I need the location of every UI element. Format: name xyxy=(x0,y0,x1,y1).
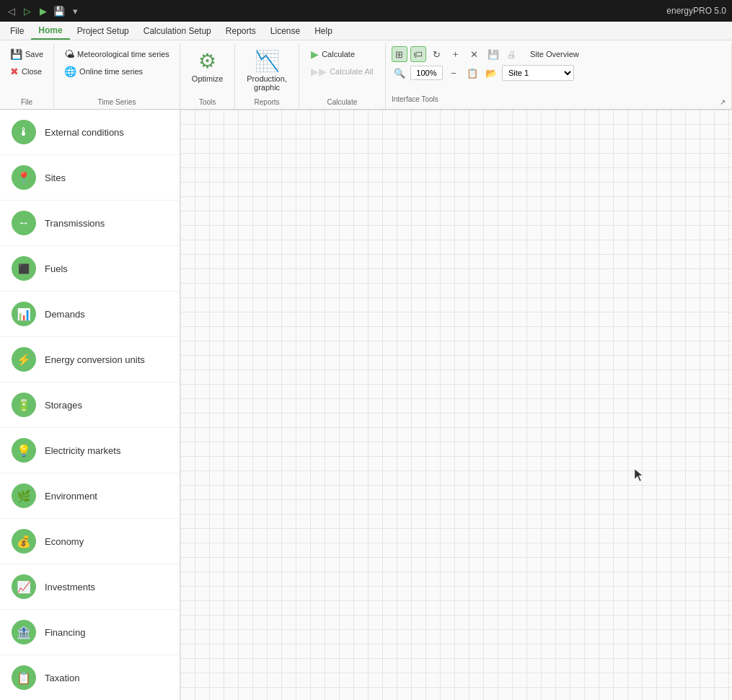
redo-icon[interactable]: ▷ xyxy=(22,5,33,17)
add-button[interactable]: ＋ xyxy=(448,46,464,62)
production-icon: 📉 xyxy=(255,49,280,73)
undo-icon[interactable]: ◁ xyxy=(6,5,17,17)
electricity-markets-icon: 💡 xyxy=(12,438,36,463)
label-button[interactable]: 🏷 xyxy=(410,46,426,62)
zoom-in-button[interactable]: 🔍 xyxy=(392,65,407,81)
interface-row-1: ⊞ 🏷 ↻ ＋ ✕ 💾 🖨 Site Overview xyxy=(392,46,726,62)
print-button[interactable]: 🖨 xyxy=(504,46,520,62)
sidebar-label-electricity-markets: Electricity markets xyxy=(45,445,120,456)
sidebar-item-investments[interactable]: 📈 Investments xyxy=(0,564,180,610)
sidebar-label-taxation: Taxation xyxy=(45,673,79,683)
sidebar: 🌡 External conditions 📍 Sites ↔ Transmis… xyxy=(0,110,180,700)
canvas-area[interactable] xyxy=(180,110,732,700)
ribbon-timeseries-group: 🌤 Meteorological time series 🌐 Online ti… xyxy=(54,43,180,109)
production-graphic-button[interactable]: 📉 Production, graphic xyxy=(241,46,293,95)
interface-row-2: 🔍 − 📋 📂 Site 1 xyxy=(392,65,726,81)
copy-button[interactable]: 📋 xyxy=(464,65,480,81)
app-title: energyPRO 5.0 xyxy=(666,6,726,16)
optimize-icon: ⚙ xyxy=(198,49,216,73)
economy-icon: 💰 xyxy=(12,529,36,554)
sidebar-item-fuels[interactable]: ⬛ Fuels xyxy=(0,246,180,292)
online-icon: 🌐 xyxy=(64,66,76,77)
calculate-group-label: Calculate xyxy=(327,97,358,109)
tools-buttons: ⚙ Optimize xyxy=(186,43,229,97)
menu-project-setup[interactable]: Project Setup xyxy=(70,22,136,40)
sidebar-item-demands[interactable]: 📊 Demands xyxy=(0,292,180,337)
energy-conversion-icon: ⚡ xyxy=(12,347,36,372)
sidebar-item-sites[interactable]: 📍 Sites xyxy=(0,155,180,201)
close-icon: ✖ xyxy=(10,66,19,77)
sidebar-label-investments: Investments xyxy=(45,582,95,592)
sidebar-label-demands: Demands xyxy=(45,309,85,320)
reports-group-label: Reports xyxy=(255,97,280,109)
sidebar-item-financing[interactable]: 🏦 Financing xyxy=(0,610,180,655)
delete-button[interactable]: ✕ xyxy=(467,46,482,62)
ribbon-tools-group: ⚙ Optimize Tools xyxy=(180,43,235,109)
refresh-button[interactable]: ↻ xyxy=(429,46,445,62)
meteo-timeseries-button[interactable]: 🌤 Meteorological time series xyxy=(60,46,174,62)
interface-tools-label: Interface Tools xyxy=(392,95,438,106)
save-button[interactable]: 💾 Save xyxy=(6,46,48,62)
expand-icon[interactable]: ↗ xyxy=(720,98,726,106)
menu-bar: File Home Project Setup Calculation Setu… xyxy=(0,22,732,40)
file-group-label: File xyxy=(21,97,32,109)
cursor xyxy=(635,469,643,482)
transmissions-icon: ↔ xyxy=(12,211,36,235)
run-icon[interactable]: ▶ xyxy=(38,5,49,17)
site-overview-button[interactable]: Site Overview xyxy=(526,48,583,61)
title-bar: ◁ ▷ ▶ 💾 ▾ energyPRO 5.0 xyxy=(0,0,732,22)
sidebar-item-economy[interactable]: 💰 Economy xyxy=(0,519,180,564)
environment-icon: 🌿 xyxy=(12,484,36,508)
sidebar-label-sites: Sites xyxy=(45,172,66,183)
calculate-icon: ▶ xyxy=(311,48,319,60)
zoom-minus-button[interactable]: − xyxy=(446,65,462,81)
save-icon: 💾 xyxy=(10,48,22,60)
menu-reports[interactable]: Reports xyxy=(219,22,263,40)
timeseries-buttons: 🌤 Meteorological time series 🌐 Online ti… xyxy=(60,43,174,97)
optimize-button[interactable]: ⚙ Optimize xyxy=(186,46,229,86)
sidebar-item-electricity-markets[interactable]: 💡 Electricity markets xyxy=(0,428,180,473)
taxation-icon: 📋 xyxy=(12,665,36,690)
sidebar-label-environment: Environment xyxy=(45,491,97,502)
save-layout-button[interactable]: 💾 xyxy=(485,46,501,62)
calculate-all-button[interactable]: ▶▶ Calculate All xyxy=(307,64,378,79)
calculate-col: ▶ Calculate ▶▶ Calculate All xyxy=(307,46,378,79)
storages-icon: 🔋 xyxy=(12,393,36,417)
zoom-input[interactable] xyxy=(410,66,443,80)
sidebar-label-external-conditions: External conditions xyxy=(45,127,124,138)
meteo-icon: 🌤 xyxy=(64,48,74,60)
svg-marker-0 xyxy=(635,469,643,481)
sidebar-item-taxation[interactable]: 📋 Taxation xyxy=(0,655,180,700)
sidebar-label-economy: Economy xyxy=(45,536,84,547)
timeseries-group-label: Time Series xyxy=(97,97,136,109)
menu-calculation-setup[interactable]: Calculation Setup xyxy=(136,22,219,40)
sidebar-item-environment[interactable]: 🌿 Environment xyxy=(0,473,180,519)
open-button[interactable]: 📂 xyxy=(483,65,499,81)
tools-group-label: Tools xyxy=(199,97,216,109)
close-button[interactable]: ✖ Close xyxy=(6,64,48,79)
sidebar-item-external-conditions[interactable]: 🌡 External conditions xyxy=(0,110,180,155)
dropdown-icon[interactable]: ▾ xyxy=(69,5,81,17)
sidebar-label-energy-conversion-units: Energy conversion units xyxy=(45,354,145,365)
sidebar-label-financing: Financing xyxy=(45,627,85,638)
save-quick-icon[interactable]: 💾 xyxy=(53,5,65,17)
menu-help[interactable]: Help xyxy=(307,22,340,40)
sidebar-label-fuels: Fuels xyxy=(45,263,68,274)
financing-icon: 🏦 xyxy=(12,620,36,644)
fuels-icon: ⬛ xyxy=(12,256,36,281)
sidebar-item-storages[interactable]: 🔋 Storages xyxy=(0,382,180,428)
online-timeseries-button[interactable]: 🌐 Online time series xyxy=(60,64,174,79)
menu-home[interactable]: Home xyxy=(31,22,69,40)
grid-button[interactable]: ⊞ xyxy=(392,46,407,62)
site-select[interactable]: Site 1 xyxy=(502,65,574,81)
sidebar-item-transmissions[interactable]: ↔ Transmissions xyxy=(0,201,180,246)
menu-license[interactable]: License xyxy=(263,22,307,40)
external-conditions-icon: 🌡 xyxy=(12,120,36,144)
ribbon: 💾 Save ✖ Close File 🌤 Meteorological tim… xyxy=(0,40,732,110)
ribbon-interface-group: ⊞ 🏷 ↻ ＋ ✕ 💾 🖨 Site Overview 🔍 − 📋 📂 Site… xyxy=(386,43,732,109)
menu-file[interactable]: File xyxy=(3,22,31,40)
ribbon-file-group: 💾 Save ✖ Close File xyxy=(0,43,54,109)
calculate-all-icon: ▶▶ xyxy=(311,66,327,77)
sidebar-item-energy-conversion-units[interactable]: ⚡ Energy conversion units xyxy=(0,337,180,382)
calculate-button[interactable]: ▶ Calculate xyxy=(307,46,378,62)
